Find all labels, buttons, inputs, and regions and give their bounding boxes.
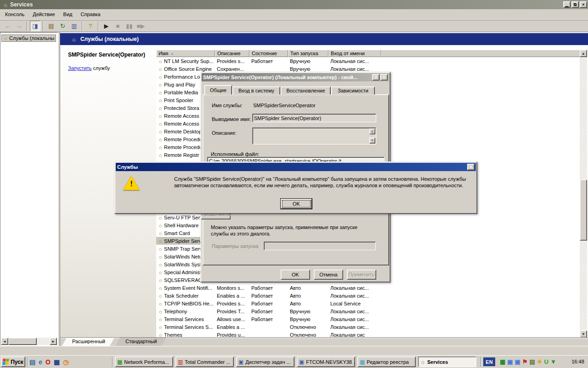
description-scroll-up[interactable]: ▲ [369, 128, 375, 134]
task-total-commander[interactable]: ▥ Total Commander ... [175, 356, 234, 367]
service-row[interactable]: ☼ Terminal Services Allows use... Работа… [156, 315, 580, 323]
service-startup-type-cell: Вручную [288, 57, 328, 65]
back-button[interactable]: ← [2, 21, 13, 31]
scrollbar-track[interactable] [37, 338, 50, 345]
properties-button[interactable]: ▤ [46, 21, 57, 31]
description-scroll-down[interactable]: ▼ [369, 138, 375, 144]
menu-item[interactable]: Действие [28, 9, 59, 19]
task-network-performance[interactable]: ▦ Network Performa... [115, 356, 173, 367]
clock-launcher-icon[interactable]: ◷ [63, 359, 68, 365]
export-list-button[interactable]: ▥ [69, 21, 79, 31]
refresh-button[interactable]: ↻ [57, 21, 68, 31]
task-services[interactable]: ☼ Services [418, 356, 476, 367]
column-header-description[interactable]: Описание [215, 50, 249, 57]
close-button[interactable]: × [580, 1, 587, 8]
column-header-status[interactable]: Состояние [249, 50, 288, 57]
window-titlebar[interactable]: ☼ Services ▁ ⧉ × [0, 0, 588, 9]
tree-horizontal-scrollbar[interactable]: ◄ ► [1, 338, 57, 345]
service-name-cell: SolarWinds Sysl [164, 262, 201, 267]
play-icon: ▶ [104, 23, 109, 29]
uptime-utility-icon[interactable]: U [544, 359, 548, 365]
list-vertical-scrollbar[interactable]: ▲ ▼ [580, 50, 587, 338]
service-row[interactable]: ☼ TCP/IP NetBIOS He... Provides s... Раб… [156, 299, 580, 307]
properties-dialog-titlebar[interactable]: SMPSpider Service(Operator) (Локальный к… [202, 73, 389, 81]
service-logon-as-cell: Локальная сис [328, 331, 381, 337]
properties-cancel-button[interactable]: Отмена [314, 270, 343, 280]
tab-general[interactable]: Общие [204, 85, 232, 95]
internet-explorer-icon[interactable]: e [39, 359, 42, 365]
help-titlebar-button[interactable]: ? [372, 74, 379, 80]
tab-dependencies[interactable]: Зависимости [331, 86, 375, 95]
tab-recovery[interactable]: Восстановление [281, 86, 331, 95]
scroll-right-button[interactable]: ► [50, 338, 57, 345]
scroll-up-button[interactable]: ▲ [580, 50, 587, 57]
network-computer-icon[interactable]: ▣ [507, 359, 513, 365]
task-task-manager[interactable]: ▣ Диспетчер задач ... [236, 356, 294, 367]
service-gear-icon: ☼ [158, 246, 163, 252]
start-service-button[interactable]: ▶ [101, 21, 112, 31]
scrollbar-thumb[interactable] [580, 179, 587, 241]
column-header-log-on-as[interactable]: Вход от имени [328, 50, 381, 57]
task-ftcom-nevsky38[interactable]: ▣ FTCOM-NEVSKY38 ... [297, 356, 355, 367]
scheduler-document-icon[interactable]: ▤ [530, 359, 535, 365]
service-gear-icon: ☼ [158, 144, 163, 150]
hp-printer-icon[interactable]: ▼ [550, 359, 556, 365]
pause-service-button[interactable]: ▮▮ [124, 21, 135, 31]
startup-params-field[interactable] [264, 242, 376, 250]
service-row[interactable]: ☼ Terminal Services S... Enables a ... О… [156, 323, 580, 331]
menu-item[interactable]: Вид [59, 9, 77, 19]
service-row[interactable]: ☼ Task Scheduler Enables a ... Работает … [156, 292, 580, 299]
service-row[interactable]: ☼ NT LM Security Sup... Provides s... Ра… [156, 57, 580, 65]
toolbar-separator [27, 21, 28, 31]
tab-log-on[interactable]: Вход в систему [232, 86, 280, 95]
menu-item[interactable]: Справка [77, 9, 105, 19]
service-gear-icon: ☼ [158, 285, 163, 291]
column-header-filler [381, 50, 581, 57]
scrollbar-thumb[interactable] [8, 338, 37, 345]
menu-item[interactable]: Консоль [1, 9, 28, 19]
service-startup-type-cell: Вручную [288, 307, 328, 315]
taskbar-clock[interactable]: 16:48 [569, 359, 587, 364]
alert-close-button[interactable]: × [467, 164, 475, 170]
help-button[interactable]: ? [85, 21, 96, 31]
service-row[interactable]: ☼ Telephony Provides T... Работает Вручн… [156, 307, 580, 315]
alert-ok-button[interactable]: OK [281, 199, 312, 209]
network-utilization-icon[interactable]: ▦ [500, 359, 505, 365]
start-service-link[interactable]: Запустить [68, 65, 92, 71]
column-header-startup-type[interactable]: Тип запуска [288, 50, 328, 57]
properties-ok-button[interactable]: OK [281, 270, 310, 280]
sun-utility-icon[interactable]: ☀ [537, 359, 543, 365]
tab-extended[interactable]: Расширенный [62, 338, 115, 346]
opera-icon[interactable]: O [45, 359, 51, 365]
description-field[interactable]: ▲ ▼ [252, 127, 376, 144]
close-dialog-button[interactable]: × [380, 74, 388, 80]
service-row[interactable]: ☼ Themes Provides u... Отключено Локальн… [156, 331, 580, 337]
scroll-down-button[interactable]: ▼ [580, 330, 587, 338]
start-button[interactable]: Пуск [1, 356, 25, 367]
restore-button[interactable]: ⧉ [571, 1, 579, 8]
service-description-cell: Provides s... [215, 299, 249, 307]
tree-item-services-local[interactable]: ☼ Службы (локальны [1, 34, 56, 42]
service-action-line: Запустить службу [68, 65, 110, 71]
forward-button[interactable]: → [14, 21, 24, 31]
show-desktop-icon[interactable]: ▤ [29, 359, 35, 365]
alert-dialog-titlebar[interactable]: Службы × [116, 163, 476, 171]
column-header-name[interactable]: Имя ▵ [156, 50, 215, 57]
scroll-left-button[interactable]: ◄ [1, 338, 8, 345]
service-row[interactable]: ☼ System Event Notifi... Monitors s... Р… [156, 284, 580, 292]
tab-standard[interactable]: Стандартный [115, 338, 167, 346]
network-computer-2-icon[interactable]: ▣ [515, 359, 520, 365]
scrollbar-track[interactable] [580, 57, 587, 330]
console-tree-panel: ☼ Службы (локальны ◄ ► [0, 32, 58, 346]
display-name-field[interactable] [252, 114, 376, 122]
stop-service-button[interactable]: ■ [113, 21, 123, 31]
save-disk-icon[interactable]: ▦ [54, 359, 60, 365]
restart-service-button[interactable]: ■▶ [136, 21, 146, 31]
traffic-light-icon[interactable]: ⚑ [522, 359, 528, 365]
properties-apply-button[interactable]: Применить [347, 270, 376, 280]
show-console-tree-button[interactable]: ◨ [30, 21, 40, 31]
task-registry-editor[interactable]: ▦ Редактор реестра [357, 356, 416, 367]
minimize-button[interactable]: ▁ [563, 1, 571, 8]
language-indicator[interactable]: EN [483, 357, 495, 366]
service-name-cell: Portable Media [164, 90, 198, 95]
